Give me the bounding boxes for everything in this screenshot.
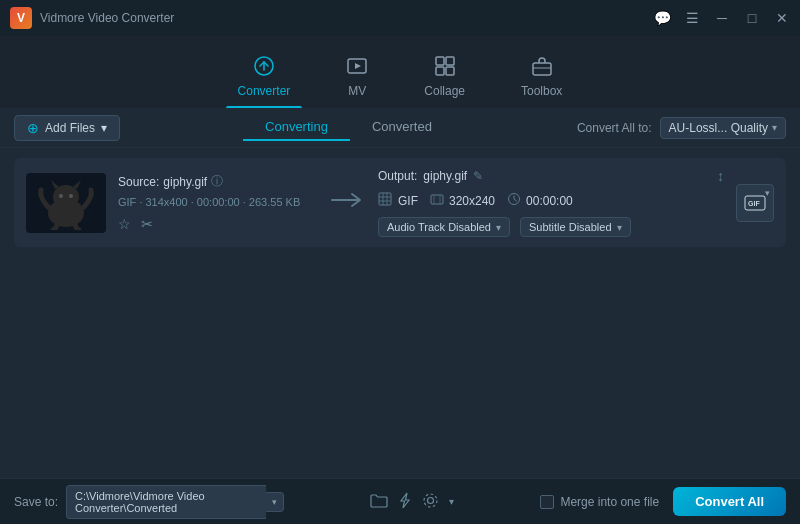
nav-bar: Converter MV Collage [0,36,800,108]
format-select-arrow: ▾ [772,122,777,133]
file-output: Output: giphy.gif ✎ ↕ [378,168,724,237]
resolution-icon [430,192,444,209]
output-time-text: 00:00:00 [526,194,573,208]
nav-tab-mv[interactable]: MV [318,47,396,108]
merge-checkbox[interactable]: Merge into one file [540,495,659,509]
svg-point-12 [59,194,63,198]
minimize-button[interactable]: ─ [714,10,730,26]
add-files-label: Add Files [45,121,95,135]
subtitle-label: Subtitle Disabled [529,221,612,233]
path-dropdown-button[interactable]: ▾ [266,492,284,512]
file-meta: GIF · 314x400 · 00:00:00 · 263.55 KB [118,196,318,208]
bottom-icons: ▾ [370,492,454,512]
nav-tab-converter[interactable]: Converter [210,47,319,108]
nav-tab-converter-label: Converter [238,84,291,98]
nav-tab-collage[interactable]: Collage [396,47,493,108]
output-filename: giphy.gif [423,169,467,183]
convert-arrow [330,190,366,216]
svg-point-25 [428,497,434,503]
toolbar-center: Converting Converted [243,114,454,141]
output-details: GIF 320x240 [378,192,724,209]
settings-arrow-icon[interactable]: ▾ [449,496,454,507]
star-button[interactable]: ☆ [118,216,131,232]
output-res-text: 320x240 [449,194,495,208]
format-badge-arrow: ▾ [765,188,770,198]
output-header: Output: giphy.gif ✎ ↕ [378,168,724,184]
settings-icon[interactable] [422,492,439,512]
app-logo: V [10,7,32,29]
save-path-section: Save to: C:\Vidmore\Vidmore Video Conver… [14,485,284,519]
title-text: Vidmore Video Converter [40,11,174,25]
subtitle-select[interactable]: Subtitle Disabled ▾ [520,217,631,237]
file-thumbnail [26,173,106,233]
title-bar-controls: 💬 ☰ ─ □ ✕ [654,10,790,26]
nav-tab-mv-label: MV [348,84,366,98]
audio-track-select[interactable]: Audio Track Disabled ▾ [378,217,510,237]
merge-label: Merge into one file [560,495,659,509]
mv-icon [346,55,368,80]
convert-all-button[interactable]: Convert All [673,487,786,516]
plus-icon: ⊕ [27,120,39,136]
svg-point-9 [53,185,79,209]
add-files-dropdown-arrow: ▾ [101,121,107,135]
close-button[interactable]: ✕ [774,10,790,26]
nav-tab-toolbox[interactable]: Toolbox [493,47,590,108]
info-icon[interactable]: ⓘ [211,173,223,190]
edit-icon[interactable]: ✎ [473,169,483,183]
source-label: Source: [118,175,159,189]
nav-tab-collage-label: Collage [424,84,465,98]
format-icon [378,192,392,209]
output-format: GIF [378,192,418,209]
svg-rect-4 [436,67,444,75]
bottom-bar: Save to: C:\Vidmore\Vidmore Video Conver… [0,478,800,524]
add-files-button[interactable]: ⊕ Add Files ▾ [14,115,120,141]
file-source: Source: giphy.gif ⓘ [118,173,318,190]
svg-point-13 [69,194,73,198]
toolbox-icon [531,55,553,80]
save-path-input[interactable]: C:\Vidmore\Vidmore Video Converter\Conve… [66,485,266,519]
format-select-label: AU-Lossl... Quality [669,121,768,135]
expand-icon[interactable]: ↕ [717,168,724,184]
output-time: 00:00:00 [507,192,573,209]
svg-marker-11 [73,180,81,189]
output-label: Output: [378,169,417,183]
converting-tab[interactable]: Converting [243,114,350,141]
checkbox-box [540,495,554,509]
collage-icon [434,55,456,80]
bottom-right: Merge into one file Convert All [540,487,786,516]
output-dropdowns: Audio Track Disabled ▾ Subtitle Disabled… [378,217,724,237]
toolbar-left: ⊕ Add Files ▾ [14,115,120,141]
format-badge[interactable]: ▾ GIF [736,184,774,222]
title-bar-left: V Vidmore Video Converter [10,7,174,29]
format-select[interactable]: AU-Lossl... Quality ▾ [660,117,786,139]
path-wrapper: C:\Vidmore\Vidmore Video Converter\Conve… [66,485,284,519]
file-row: Source: giphy.gif ⓘ GIF · 314x400 · 00:0… [14,158,786,247]
chat-icon[interactable]: 💬 [654,10,670,26]
converted-tab[interactable]: Converted [350,114,454,141]
svg-rect-14 [379,193,391,205]
svg-rect-19 [431,195,443,204]
converter-icon [253,55,275,80]
svg-marker-10 [51,180,59,189]
svg-text:GIF: GIF [748,200,760,207]
subtitle-arrow: ▾ [617,222,622,233]
maximize-button[interactable]: □ [744,10,760,26]
svg-rect-2 [436,57,444,65]
audio-arrow: ▾ [496,222,501,233]
lightning-icon[interactable] [398,492,412,512]
thumbnail-image [26,173,106,233]
svg-rect-6 [533,63,551,75]
time-icon [507,192,521,209]
nav-tab-toolbox-label: Toolbox [521,84,562,98]
toolbar-right: Convert All to: AU-Lossl... Quality ▾ [577,117,786,139]
output-resolution: 320x240 [430,192,495,209]
source-filename: giphy.gif [163,175,207,189]
save-to-label: Save to: [14,495,58,509]
svg-rect-5 [446,67,454,75]
menu-icon[interactable]: ☰ [684,10,700,26]
title-bar: V Vidmore Video Converter 💬 ☰ ─ □ ✕ [0,0,800,36]
output-name: Output: giphy.gif ✎ [378,169,483,183]
cut-button[interactable]: ✂ [141,216,153,232]
main-content: Source: giphy.gif ⓘ GIF · 314x400 · 00:0… [0,148,800,478]
folder-icon[interactable] [370,493,388,511]
